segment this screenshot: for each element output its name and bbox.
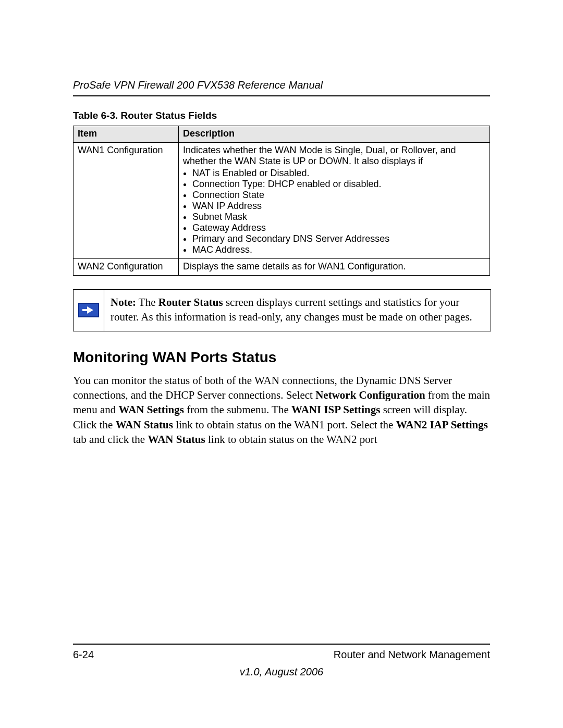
cell-item: WAN2 Configuration: [74, 259, 179, 276]
document-title: ProSafe VPN Firewall 200 FVX538 Referenc…: [73, 79, 490, 91]
footer-line: 6-24 Router and Network Management: [73, 649, 490, 661]
section-paragraph: You can monitor the status of both of th…: [73, 373, 490, 447]
footer-rule: [73, 644, 490, 645]
bullet-item: NAT is Enabled or Disabled.: [192, 168, 485, 179]
document-page: ProSafe VPN Firewall 200 FVX538 Referenc…: [0, 0, 563, 728]
bold-run: WAN Status: [148, 433, 205, 446]
desc-bullets: NAT is Enabled or Disabled. Connection T…: [183, 168, 485, 255]
note-icon-cell: [74, 290, 104, 331]
header-rule: [73, 95, 490, 96]
desc-lead: Indicates whether the WAN Mode is Single…: [183, 145, 456, 166]
table-header-row: Item Description: [74, 126, 490, 143]
table-row: WAN2 Configuration Displays the same det…: [74, 259, 490, 276]
chapter-title: Router and Network Management: [334, 649, 490, 661]
cell-item: WAN1 Configuration: [74, 143, 179, 259]
bold-run: WAN2 IAP Settings: [396, 418, 488, 431]
th-item: Item: [74, 126, 179, 143]
text-run: link to obtain status on the WAN1 port. …: [173, 418, 396, 431]
table-row: WAN1 Configuration Indicates whether the…: [74, 143, 490, 259]
bold-run: WANI ISP Settings: [291, 403, 380, 416]
bold-run: Network Configuration: [315, 389, 425, 401]
bold-run: WAN Settings: [118, 403, 183, 416]
footer-version: v1.0, August 2006: [73, 666, 490, 678]
table-caption: Table 6-3. Router Status Fields: [73, 110, 490, 121]
bullet-item: Connection State: [192, 190, 485, 201]
arrow-right-icon: [78, 303, 99, 317]
cell-description: Displays the same details as for WAN1 Co…: [179, 259, 490, 276]
bold-run: WAN Status: [116, 418, 173, 431]
note-callout: Note: The Router Status screen displays …: [73, 289, 491, 331]
bullet-item: Primary and Secondary DNS Server Address…: [192, 233, 485, 244]
text-run: tab and click the: [73, 433, 148, 446]
bullet-item: Connection Type: DHCP enabled or disable…: [192, 179, 485, 190]
bullet-item: WAN IP Address: [192, 201, 485, 212]
note-text: Note: The Router Status screen displays …: [104, 290, 491, 331]
router-status-table: Item Description WAN1 Configuration Indi…: [73, 126, 490, 276]
text-run: from the submenu. The: [184, 403, 291, 416]
th-description: Description: [179, 126, 490, 143]
note-lead: Note:: [111, 296, 136, 309]
page-number: 6-24: [73, 649, 94, 661]
bullet-item: Gateway Address: [192, 223, 485, 233]
section-heading: Monitoring WAN Ports Status: [73, 349, 490, 366]
page-footer: 6-24 Router and Network Management v1.0,…: [73, 644, 490, 678]
note-subject: Router Status: [158, 296, 223, 309]
bullet-item: Subnet Mask: [192, 212, 485, 223]
text-run: link to obtain status on the WAN2 port: [205, 433, 377, 446]
bullet-item: MAC Address.: [192, 244, 485, 255]
cell-description: Indicates whether the WAN Mode is Single…: [179, 143, 490, 259]
note-before-subject: The: [136, 296, 158, 309]
